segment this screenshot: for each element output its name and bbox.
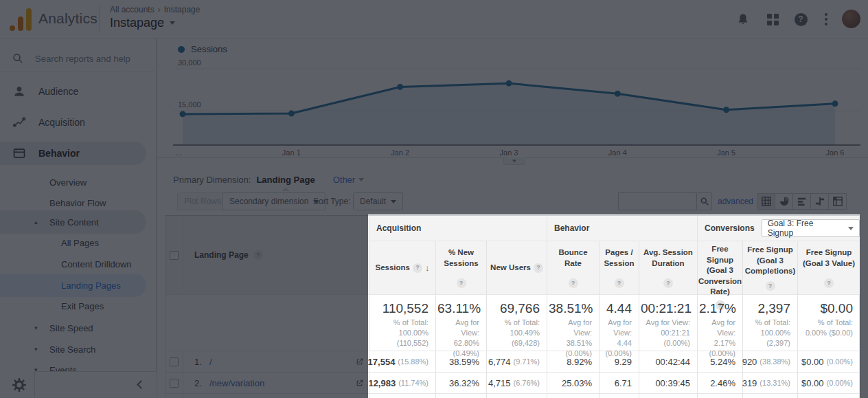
brand-name: Analytics <box>38 10 98 27</box>
sidebar-label: Audience <box>38 86 78 97</box>
column-header-goal-completions[interactable]: Free Signup (Goal 3 Completions)? <box>743 241 798 295</box>
sidebar-item-site-speed[interactable]: ▾ Site Speed <box>0 316 157 340</box>
sidebar-item-overview[interactable]: Overview <box>0 170 157 194</box>
behavior-icon <box>12 146 27 160</box>
open-in-new-icon[interactable] <box>355 357 364 366</box>
legend-dot-sessions <box>178 46 185 53</box>
primary-dimension-other[interactable]: Other <box>333 175 365 185</box>
chevron-down-icon <box>512 159 516 162</box>
plot-rows-button[interactable]: Plot Rows <box>177 192 228 210</box>
svg-text:Jan 1: Jan 1 <box>282 148 301 157</box>
column-header-avg-session-duration[interactable]: Avg. Session Duration? <box>639 241 698 295</box>
help-tooltip-icon[interactable]: ? <box>534 263 543 273</box>
sessions-line-chart: 30,00015,000…Jan 1Jan 2Jan 3Jan 4Jan 5Ja… <box>157 58 868 161</box>
svg-text:Jan 3: Jan 3 <box>500 148 518 157</box>
landing-page-column-header[interactable]: Landing Page? <box>183 216 369 295</box>
cell-pages-session: 6.71 <box>599 373 639 394</box>
column-header-goal-value[interactable]: Free Signup (Goal 3 Value)? <box>798 241 860 295</box>
help-tooltip-icon[interactable]: ? <box>615 278 624 288</box>
clipped-row <box>639 394 698 398</box>
help-tooltip-icon[interactable]: ? <box>824 278 834 288</box>
column-header-sessions[interactable]: Sessions?↓ <box>369 241 436 295</box>
breadcrumb-property[interactable]: Instapage <box>164 5 201 14</box>
svg-text:15,000: 15,000 <box>178 100 201 109</box>
goal-selector-dropdown[interactable]: Goal 3: Free Signup <box>762 219 860 237</box>
help-tooltip-icon[interactable]: ? <box>766 281 775 291</box>
cell-avg-session-duration: 00:42:44 <box>639 351 698 373</box>
search-reports-input[interactable] <box>35 54 145 64</box>
secondary-dimension-button[interactable]: Secondary dimension <box>222 192 326 210</box>
admin-gear-icon[interactable] <box>11 377 27 393</box>
notifications-bell-icon[interactable] <box>735 12 751 27</box>
clipped-row <box>369 394 436 398</box>
help-tooltip-icon[interactable]: ? <box>253 250 263 260</box>
sidebar-item-behavior[interactable]: Behavior <box>0 142 157 165</box>
clipped-row <box>165 394 183 398</box>
more-vertical-icon[interactable] <box>819 12 834 27</box>
sidebar-label: Acquisition <box>38 117 85 128</box>
group-header-acquisition: Acquisition <box>369 216 547 241</box>
column-header-pct-new-sessions[interactable]: % New Sessions? <box>436 241 487 295</box>
help-tooltip-icon[interactable]: ? <box>457 278 466 288</box>
cell-sessions: 12,983(11.74%) <box>369 373 436 394</box>
select-all-checkbox[interactable] <box>170 251 179 260</box>
sidebar-item-acquisition[interactable]: Acquisition <box>0 111 157 134</box>
pivot-view-button[interactable] <box>829 193 847 210</box>
totals-pages-session: 4.44Avg for View: 4.44 (0.00%) <box>599 295 639 351</box>
chart-collapse-tab[interactable] <box>503 157 525 165</box>
column-header-pages-session[interactable]: Pages / Session? <box>599 241 639 295</box>
sidebar-bottom-panel <box>34 371 157 398</box>
acquisition-icon <box>12 115 27 129</box>
help-tooltip-icon[interactable]: ? <box>663 278 673 288</box>
sort-type-select[interactable]: Default <box>353 192 403 210</box>
view-switcher <box>757 193 847 210</box>
table-search-box[interactable] <box>618 192 696 210</box>
table-search-input[interactable] <box>619 193 696 210</box>
sort-type-label: Sort Type: <box>313 197 350 206</box>
column-header-new-users[interactable]: New Users? <box>487 241 547 295</box>
sort-descending-icon: ↓ <box>425 262 430 274</box>
sidebar-item-site-content[interactable]: ▴ Site Content <box>0 210 157 234</box>
help-tooltip-icon[interactable]: ? <box>569 278 578 288</box>
percentage-view-button[interactable] <box>775 193 793 210</box>
sidebar-item-audience[interactable]: Audience <box>0 80 157 103</box>
performance-view-button[interactable] <box>793 193 811 210</box>
analytics-logo-icon[interactable] <box>10 7 34 32</box>
advanced-filter-link[interactable]: advanced <box>718 197 753 206</box>
horizontal-bars-icon <box>797 197 807 206</box>
sidebar-item-exit-pages[interactable]: Exit Pages <box>0 294 157 318</box>
table-search-button[interactable] <box>696 192 712 210</box>
primary-dimension-landing-page[interactable]: Landing Page <box>256 175 315 185</box>
row-checkbox[interactable] <box>170 379 179 388</box>
column-header-bounce-rate[interactable]: Bounce Rate? <box>547 241 599 295</box>
group-header-conversions: Conversions Goal 3: Free Signup <box>698 216 860 241</box>
user-avatar[interactable] <box>842 10 860 28</box>
cell-goal-conversion-rate: 5.24% <box>698 351 743 373</box>
sidebar-item-all-pages[interactable]: All Pages <box>0 231 157 254</box>
landing-page-link[interactable]: / <box>209 357 212 367</box>
row-checkbox[interactable] <box>170 357 179 366</box>
data-view-button[interactable] <box>757 193 775 210</box>
chevron-down-icon <box>848 227 854 230</box>
open-in-new-icon[interactable] <box>355 379 364 388</box>
column-header-goal-conversion-rate[interactable]: Free Signup (Goal 3 Conversion Rate)? <box>698 241 743 295</box>
collapse-left-icon[interactable] <box>137 380 146 389</box>
breadcrumb-all-accounts[interactable]: All accounts <box>110 5 155 14</box>
property-switcher[interactable]: Instapage <box>110 16 175 30</box>
totals-pct-new-sessions: 63.11%Avg for View: 62.80% (0.49%) <box>436 295 487 351</box>
comparison-view-button[interactable] <box>811 193 829 210</box>
header-divider <box>99 6 100 32</box>
help-tooltip-icon[interactable]: ? <box>413 263 422 273</box>
landing-page-link[interactable]: /new/variation <box>209 378 264 388</box>
help-icon[interactable]: ? <box>793 12 808 27</box>
apps-grid-icon[interactable] <box>765 12 780 27</box>
clipped-row <box>183 394 369 398</box>
audience-person-icon <box>12 85 27 98</box>
cell-goal-completions: 920(38.38%) <box>743 351 798 373</box>
sidebar-item-site-search[interactable]: ▾ Site Search <box>0 338 157 361</box>
sidebar-search[interactable] <box>0 48 157 69</box>
sidebar-label: Behavior <box>38 148 80 159</box>
sidebar-item-content-drilldown[interactable]: Content Drilldown <box>0 252 157 276</box>
sidebar-item-landing-pages[interactable]: Landing Pages <box>0 274 157 297</box>
svg-text:Jan 2: Jan 2 <box>391 148 409 157</box>
